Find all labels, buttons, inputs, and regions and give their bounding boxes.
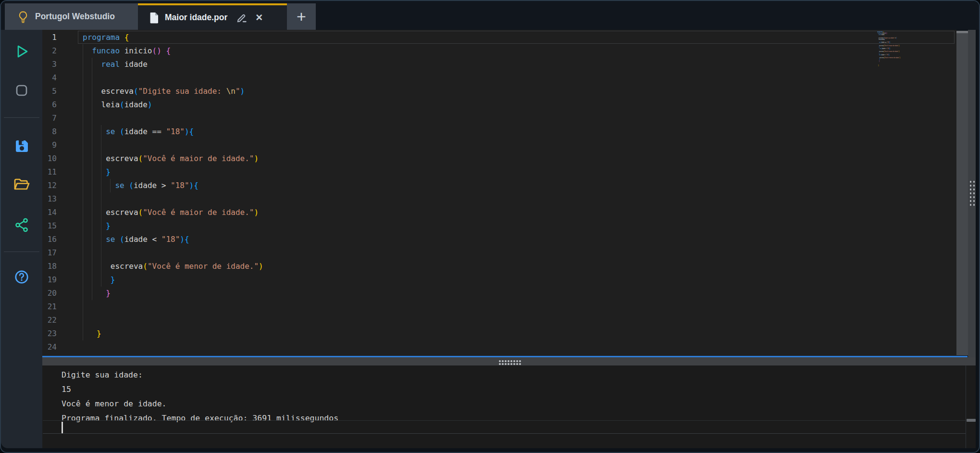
code-line[interactable]: [83, 71, 263, 85]
console-output[interactable]: Digite sua idade: 15Você é menor de idad…: [42, 365, 976, 448]
line-number: 6: [42, 98, 57, 112]
save-button[interactable]: [13, 138, 30, 155]
console-input-line[interactable]: [43, 420, 966, 434]
code-line[interactable]: se (idade < "18"){: [83, 233, 263, 246]
line-number: 1: [42, 31, 57, 44]
help-button[interactable]: [13, 268, 30, 286]
code-line[interactable]: escreva("Você é menor de idade."): [83, 260, 263, 273]
tab-maior-idade[interactable]: Maior idade.por ✕: [138, 3, 287, 30]
open-file-button[interactable]: [13, 176, 30, 193]
code-line[interactable]: }: [83, 165, 263, 179]
line-number: 14: [42, 206, 57, 219]
code-line: [877, 66, 920, 68]
action-sidebar: [1, 30, 42, 448]
line-number: 12: [42, 179, 57, 192]
code-line[interactable]: [83, 192, 263, 206]
line-number: 8: [42, 125, 57, 138]
pencil-icon[interactable]: [236, 12, 248, 24]
line-number-gutter: 123456789101112131415161718192021222324: [42, 31, 57, 354]
scrollbar-top-cap: [956, 31, 968, 33]
code-line[interactable]: [83, 112, 263, 125]
line-number: 24: [42, 340, 57, 354]
line-number: 11: [42, 165, 57, 179]
sidebar-divider: [4, 117, 39, 118]
save-icon: [13, 138, 30, 154]
line-number: 21: [42, 300, 57, 314]
code-line[interactable]: escreva("Você é maior de idade."): [83, 152, 263, 165]
run-button[interactable]: [13, 43, 30, 60]
line-number: 7: [42, 112, 57, 125]
sidebar-divider: [4, 252, 39, 252]
code-line[interactable]: se (idade > "18"){: [83, 179, 263, 192]
tab-bar: Portugol Webstudio Maior idade.por ✕ +: [1, 1, 979, 30]
code-line[interactable]: escreva("Você é maior de idade."): [83, 206, 263, 219]
code-line[interactable]: [83, 138, 263, 152]
console-line: Você é menor de idade.: [62, 397, 976, 411]
line-number: 5: [42, 85, 57, 98]
line-number: 13: [42, 192, 57, 206]
line-number: 23: [42, 327, 57, 340]
line-number: 16: [42, 233, 57, 246]
close-icon[interactable]: ✕: [253, 12, 265, 23]
line-number: 2: [42, 44, 57, 58]
line-number: 4: [42, 71, 57, 85]
share-button[interactable]: [13, 216, 30, 234]
tab-label: Portugol Webstudio: [35, 12, 115, 22]
stop-icon: [13, 82, 30, 99]
console-cursor: [62, 422, 63, 433]
code-line[interactable]: escreva("Digite sua idade: \n"): [83, 85, 263, 98]
code-line[interactable]: [83, 314, 263, 327]
code-line[interactable]: }: [83, 327, 263, 340]
console-line: Digite sua idade:: [62, 368, 976, 382]
right-gutter-drag-handle[interactable]: [969, 180, 975, 207]
line-number: 10: [42, 152, 57, 165]
code-line[interactable]: [83, 246, 263, 260]
new-tab-button[interactable]: +: [287, 3, 316, 30]
code-line[interactable]: [83, 340, 263, 354]
line-number: 20: [42, 287, 57, 300]
console-right-border: [966, 365, 966, 448]
code-line[interactable]: }: [83, 219, 263, 233]
console-scrollbar-thumb[interactable]: [967, 419, 976, 422]
vertical-scrollbar[interactable]: [956, 31, 968, 355]
code-line[interactable]: real idade: [83, 58, 263, 71]
stop-button[interactable]: [13, 82, 30, 99]
code-line[interactable]: }: [83, 273, 263, 287]
app-window: Portugol Webstudio Maior idade.por ✕ +: [0, 0, 980, 453]
line-number: 19: [42, 273, 57, 287]
lightbulb-icon: [17, 11, 29, 23]
line-number: 3: [42, 58, 57, 71]
help-icon: [12, 268, 31, 286]
code-line[interactable]: programa {: [83, 31, 263, 44]
folder-open-icon: [12, 176, 31, 193]
plus-icon: +: [297, 7, 306, 26]
tab-portugol-webstudio[interactable]: Portugol Webstudio: [5, 3, 138, 30]
code-line[interactable]: }: [83, 287, 263, 300]
line-number: 15: [42, 219, 57, 233]
line-number: 22: [42, 314, 57, 327]
file-icon: [149, 12, 159, 24]
code-line[interactable]: funcao inicio() {: [83, 44, 263, 58]
line-number: 17: [42, 246, 57, 260]
play-icon: [13, 43, 30, 60]
code-line[interactable]: se (idade == "18"){: [83, 125, 263, 138]
code-line[interactable]: leia(idade): [83, 98, 263, 112]
tab-label: Maior idade.por: [165, 13, 227, 23]
line-number: 18: [42, 260, 57, 273]
code-line[interactable]: [83, 300, 263, 314]
code-content[interactable]: programa { funcao inicio() { real idade …: [83, 31, 263, 354]
bottom-gutter-drag-handle[interactable]: [498, 360, 521, 365]
line-number: 9: [42, 138, 57, 152]
code-editor[interactable]: 123456789101112131415161718192021222324 …: [42, 30, 956, 356]
share-icon: [13, 217, 30, 233]
minimap[interactable]: programa { funcao inicio() { real idade …: [877, 31, 920, 79]
console-line: 15: [62, 382, 976, 397]
